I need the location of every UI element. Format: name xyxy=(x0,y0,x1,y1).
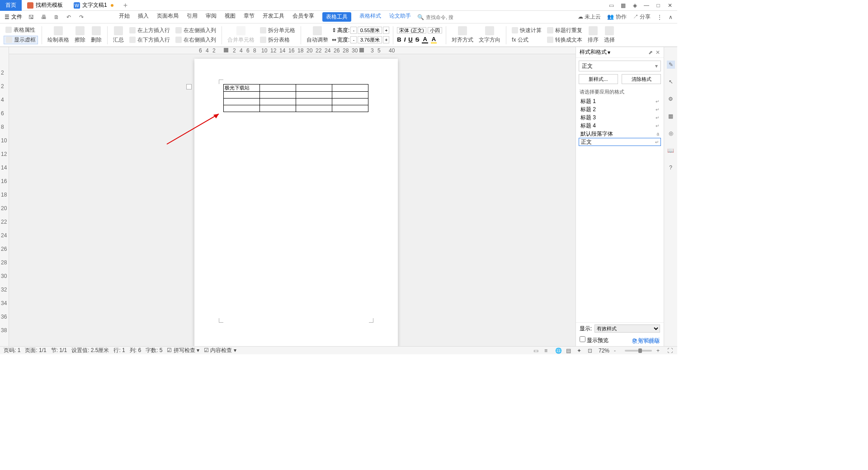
preview-icon[interactable]: 🗎 xyxy=(54,14,60,20)
insert-below-button[interactable]: 在下方插入行 xyxy=(127,36,172,44)
table-cell[interactable] xyxy=(332,85,368,92)
minimize-button[interactable]: — xyxy=(643,2,650,9)
pin-icon[interactable]: ⬈ xyxy=(648,49,653,56)
menu-chapter[interactable]: 章节 xyxy=(244,12,255,22)
table-cell[interactable] xyxy=(260,99,296,105)
height-minus[interactable]: - xyxy=(350,27,357,34)
underline-button[interactable]: U xyxy=(408,36,412,43)
table-cell[interactable] xyxy=(296,105,332,112)
book-rail-icon[interactable]: 📖 xyxy=(667,146,675,155)
share-button[interactable]: ↗ 分享 xyxy=(633,13,651,21)
clear-format-button[interactable]: 清除格式 xyxy=(622,74,661,84)
table-cell[interactable] xyxy=(260,85,296,92)
zoom-in-icon[interactable]: + xyxy=(656,348,663,354)
view-read-icon[interactable]: ▤ xyxy=(566,348,572,354)
close-button[interactable]: ✕ xyxy=(666,2,674,9)
sb-col[interactable]: 列: 6 xyxy=(130,347,141,354)
undo-icon[interactable]: ↶ xyxy=(66,14,73,20)
table-cell[interactable] xyxy=(224,92,260,99)
menu-review[interactable]: 审阅 xyxy=(206,12,217,22)
smart-layout-button[interactable]: ⟳ 智能排版 xyxy=(632,337,660,344)
strike-button[interactable]: S xyxy=(415,36,420,43)
table-cell[interactable] xyxy=(332,92,368,99)
more-icon[interactable]: ⋮ xyxy=(657,14,662,20)
new-style-button[interactable]: 新样式... xyxy=(579,74,618,84)
font-select[interactable]: 宋体 (正文) xyxy=(397,27,426,33)
fullscreen-icon[interactable]: ⛶ xyxy=(667,348,674,354)
size-select[interactable]: 小四 xyxy=(428,27,442,33)
target-rail-icon[interactable]: ◎ xyxy=(667,129,675,137)
summary-button[interactable]: 汇总 xyxy=(111,24,126,46)
sb-pageno[interactable]: 页码: 1 xyxy=(4,347,20,354)
redo-icon[interactable]: ↷ xyxy=(79,14,85,20)
coop-button[interactable]: 👥 协作 xyxy=(607,13,626,21)
draw-table-button[interactable]: 绘制表格 xyxy=(46,24,71,46)
tab-document[interactable]: W 文字文稿1 xyxy=(68,0,119,11)
current-style-select[interactable]: 正文 ▾ xyxy=(579,61,661,71)
menu-table-tools[interactable]: 表格工具 xyxy=(322,12,351,22)
tab-add-button[interactable]: + xyxy=(119,1,132,9)
menu-layout[interactable]: 页面布局 xyxy=(157,12,179,22)
view-web-icon[interactable]: 🌐 xyxy=(555,348,561,354)
pencil-rail-icon[interactable]: ✎ xyxy=(667,61,675,69)
preview-checkbox[interactable]: 显示预览 xyxy=(580,336,609,344)
style-item-h2[interactable]: 标题 2↵ xyxy=(579,105,661,113)
height-input[interactable] xyxy=(358,27,382,34)
table-cell[interactable] xyxy=(296,85,332,92)
delete-button[interactable]: 删除 xyxy=(89,24,104,46)
document-viewport[interactable]: 642 246 81012 141618 202224 262830 3540 … xyxy=(9,47,576,346)
menu-paper[interactable]: 论文助手 xyxy=(389,12,411,22)
table-cell[interactable] xyxy=(332,105,368,112)
menu-insert[interactable]: 插入 xyxy=(138,12,149,22)
style-item-h1[interactable]: 标题 1↵ xyxy=(579,97,661,105)
save-icon[interactable]: 🖫 xyxy=(28,14,35,20)
table-cell[interactable] xyxy=(224,105,260,112)
insert-above-button[interactable]: 在上方插入行 xyxy=(127,27,172,34)
font-color-button[interactable]: A xyxy=(422,36,428,43)
show-select[interactable]: 有效样式 xyxy=(594,324,660,333)
sb-row[interactable]: 行: 1 xyxy=(113,347,125,354)
bold-button[interactable]: B xyxy=(397,36,401,43)
table-cell[interactable] xyxy=(296,92,332,99)
select-button[interactable]: 选择 xyxy=(602,24,617,46)
width-input[interactable] xyxy=(358,36,382,43)
zoom-slider[interactable] xyxy=(625,350,652,352)
preview-check-input[interactable] xyxy=(580,336,585,342)
style-item-body[interactable]: 正文↵ xyxy=(579,138,661,146)
sb-setval[interactable]: 设置值: 2.5厘米 xyxy=(71,347,109,354)
insert-left-button[interactable]: 在左侧插入列 xyxy=(174,27,218,34)
right-marker[interactable] xyxy=(359,48,364,52)
view-outline-icon[interactable]: ≡ xyxy=(544,348,551,354)
menu-reference[interactable]: 引用 xyxy=(187,12,198,22)
menu-table-style[interactable]: 表格样式 xyxy=(359,12,381,22)
formula-button[interactable]: fx 公式 xyxy=(510,36,543,44)
cloud-status[interactable]: ☁ 未上云 xyxy=(578,13,601,21)
sb-page[interactable]: 页面: 1/1 xyxy=(25,347,46,354)
menu-member[interactable]: 会员专享 xyxy=(292,12,314,22)
menu-start[interactable]: 开始 xyxy=(119,12,130,22)
table-cell[interactable] xyxy=(260,105,296,112)
zoom-out-icon[interactable]: - xyxy=(614,348,620,354)
menu-view[interactable]: 视图 xyxy=(225,12,236,22)
gallery-rail-icon[interactable]: ▦ xyxy=(667,112,675,120)
sb-section[interactable]: 节: 1/1 xyxy=(51,347,67,354)
vertical-ruler[interactable]: 224 6810 121416 182022 242628 303234 363… xyxy=(0,47,9,346)
highlight-button[interactable]: A xyxy=(431,36,437,43)
tab-template[interactable]: 找稻壳模板 xyxy=(22,0,68,11)
header-repeat-button[interactable]: 标题行重复 xyxy=(545,27,584,34)
print-icon[interactable]: 🖶 xyxy=(41,14,47,20)
document-table[interactable]: 极光下载站 xyxy=(223,84,368,112)
sb-chars[interactable]: 字数: 5 xyxy=(146,347,162,354)
table-properties-button[interactable]: 表格属性 xyxy=(4,26,38,34)
settings-rail-icon[interactable]: ⚙ xyxy=(667,95,675,103)
style-item-h3[interactable]: 标题 3↵ xyxy=(579,113,661,122)
tab-home[interactable]: 首页 xyxy=(0,0,22,11)
split-table-button[interactable]: 拆分表格 xyxy=(258,36,297,44)
zoom-level[interactable]: 72% xyxy=(599,348,609,354)
italic-button[interactable]: I xyxy=(404,36,406,43)
indent-marker[interactable] xyxy=(224,48,228,52)
help-rail-icon[interactable]: ? xyxy=(667,164,675,172)
grid-icon[interactable]: ▦ xyxy=(619,2,627,9)
height-plus[interactable]: + xyxy=(383,27,389,34)
menu-dev[interactable]: 开发工具 xyxy=(263,12,284,22)
